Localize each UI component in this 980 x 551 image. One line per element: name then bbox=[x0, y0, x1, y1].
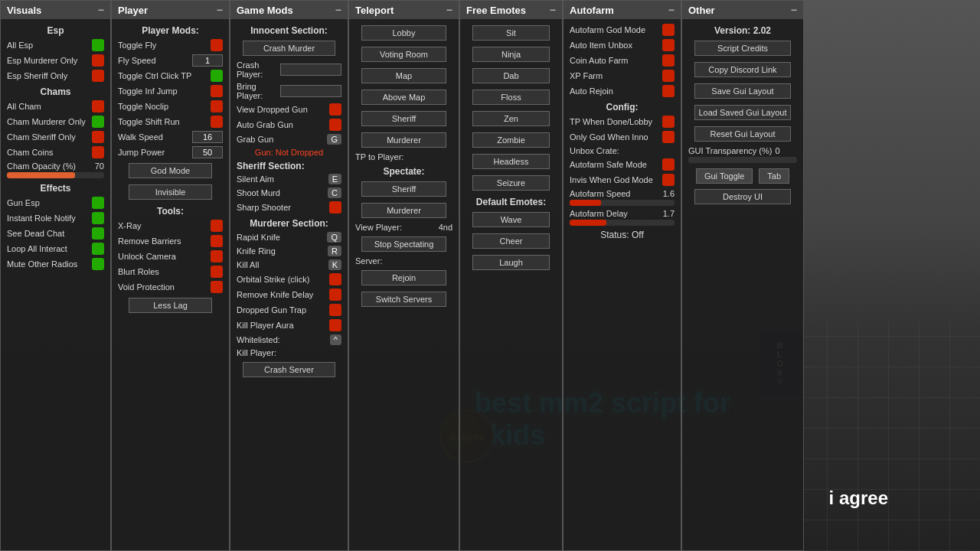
jump-power-input[interactable] bbox=[192, 146, 223, 158]
gun-esp-toggle[interactable] bbox=[92, 197, 104, 209]
sheriff-section-label: Sheriff Section: bbox=[230, 158, 348, 172]
switch-servers-button[interactable]: Switch Servers bbox=[361, 292, 446, 307]
walk-speed-input[interactable] bbox=[192, 131, 223, 143]
remove-knife-delay-toggle[interactable] bbox=[329, 289, 341, 301]
tp-above-map-button[interactable]: Above Map bbox=[361, 90, 446, 105]
remove-barriers-toggle[interactable] bbox=[211, 235, 223, 247]
all-esp-toggle[interactable] bbox=[92, 39, 104, 51]
autofarm-god-mode-toggle[interactable] bbox=[662, 24, 675, 36]
invisible-button[interactable]: Invisible bbox=[129, 184, 213, 200]
emote-headless-button[interactable]: Headless bbox=[472, 154, 550, 169]
tab-button[interactable]: Tab bbox=[759, 168, 789, 184]
freeemotes-minimize[interactable]: − bbox=[550, 4, 556, 16]
noclip-toggle[interactable] bbox=[211, 100, 223, 112]
cham-sheriff-toggle[interactable] bbox=[92, 131, 104, 143]
emote-floss-button[interactable]: Floss bbox=[472, 90, 550, 105]
emote-cheer-button[interactable]: Cheer bbox=[472, 233, 550, 249]
esp-sheriff-toggle[interactable] bbox=[92, 70, 104, 82]
visuals-minimize[interactable]: − bbox=[98, 4, 104, 16]
autofarm-status: Status: Off bbox=[564, 227, 681, 243]
sharp-shooter-toggle[interactable] bbox=[329, 201, 341, 214]
fly-speed-input[interactable] bbox=[192, 54, 223, 67]
cham-coins-toggle[interactable] bbox=[92, 146, 104, 158]
instant-role-toggle[interactable] bbox=[92, 212, 104, 224]
blurt-roles-toggle[interactable] bbox=[211, 266, 223, 278]
visuals-title: Visuals bbox=[7, 5, 41, 16]
transparency-bar[interactable] bbox=[688, 157, 797, 163]
only-god-inno-toggle[interactable] bbox=[662, 131, 675, 143]
auto-item-unbox-toggle[interactable] bbox=[662, 39, 675, 51]
crash-murder-button[interactable]: Crash Murder bbox=[243, 41, 335, 56]
cham-opacity-bar[interactable] bbox=[7, 172, 104, 178]
emote-headless-row: Headless bbox=[460, 151, 562, 172]
player-minimize[interactable]: − bbox=[217, 4, 223, 16]
copy-discord-button[interactable]: Copy Discord Link bbox=[694, 62, 791, 77]
emote-dab-button[interactable]: Dab bbox=[472, 68, 550, 83]
destroy-ui-button[interactable]: Destroy UI bbox=[694, 189, 791, 204]
list-item: Instant Role Notify bbox=[1, 210, 110, 226]
view-dropped-gun-toggle[interactable] bbox=[329, 103, 341, 116]
emote-zen-button[interactable]: Zen bbox=[472, 111, 550, 126]
autofarm-minimize[interactable]: − bbox=[668, 4, 675, 16]
script-credits-button[interactable]: Script Credits bbox=[694, 41, 791, 56]
see-dead-chat-toggle[interactable] bbox=[92, 227, 104, 240]
gui-toggle-button[interactable]: Gui Toggle bbox=[696, 168, 753, 184]
stop-spectating-button[interactable]: Stop Spectating bbox=[361, 236, 446, 252]
inf-jump-toggle[interactable] bbox=[211, 85, 223, 97]
gamemods-minimize[interactable]: − bbox=[335, 4, 341, 16]
autofarm-speed-bar[interactable] bbox=[570, 200, 675, 206]
unlock-camera-toggle[interactable] bbox=[211, 250, 223, 262]
bring-player-input[interactable] bbox=[280, 85, 341, 97]
rejoin-button[interactable]: Rejoin bbox=[361, 270, 446, 285]
xray-toggle[interactable] bbox=[211, 220, 223, 232]
xp-farm-toggle[interactable] bbox=[662, 70, 675, 82]
reset-gui-button[interactable]: Reset Gui Layout bbox=[694, 126, 791, 142]
emote-seizure-button[interactable]: Seizure bbox=[472, 175, 550, 191]
other-minimize[interactable]: − bbox=[791, 4, 797, 16]
crash-server-button[interactable]: Crash Server bbox=[243, 362, 335, 377]
tp-lobby-button[interactable]: Lobby bbox=[361, 25, 446, 41]
auto-rejoin-toggle[interactable] bbox=[662, 85, 675, 97]
other-title: Other bbox=[688, 5, 715, 16]
tp-voting-button[interactable]: Voting Room bbox=[361, 47, 446, 62]
spectate-murderer-button[interactable]: Murderer bbox=[361, 203, 446, 218]
autofarm-delay-row: Autofarm Delay 1.7 bbox=[564, 207, 681, 220]
invis-god-mode-toggle[interactable] bbox=[662, 174, 675, 186]
emote-wave-button[interactable]: Wave bbox=[472, 212, 550, 227]
player-header: Player − bbox=[112, 1, 229, 19]
less-lag-button[interactable]: Less Lag bbox=[129, 298, 213, 313]
autofarm-delay-bar[interactable] bbox=[570, 220, 675, 226]
emote-zombie-button[interactable]: Zombie bbox=[472, 132, 550, 148]
kill-player-aura-toggle[interactable] bbox=[329, 319, 341, 331]
orbital-strike-toggle[interactable] bbox=[329, 273, 341, 285]
void-protection-toggle[interactable] bbox=[211, 281, 223, 293]
coin-auto-farm-toggle[interactable] bbox=[662, 54, 675, 67]
ctrl-click-tp-toggle[interactable] bbox=[211, 70, 223, 82]
emote-sit-button[interactable]: Sit bbox=[472, 25, 550, 41]
loop-interact-toggle[interactable] bbox=[92, 243, 104, 255]
list-item: Shoot Murd C bbox=[230, 186, 348, 200]
tp-murderer-button[interactable]: Murderer bbox=[361, 132, 446, 148]
emote-laugh-button[interactable]: Laugh bbox=[472, 255, 550, 270]
auto-grab-gun-toggle[interactable] bbox=[329, 119, 341, 131]
dropped-gun-trap-toggle[interactable] bbox=[329, 304, 341, 316]
tp-map-button[interactable]: Map bbox=[361, 68, 446, 83]
shift-run-toggle[interactable] bbox=[211, 116, 223, 128]
toggle-fly-btn[interactable] bbox=[211, 39, 223, 51]
cham-murderer-toggle[interactable] bbox=[92, 116, 104, 128]
invisible-row: Invisible bbox=[112, 181, 229, 203]
save-gui-button[interactable]: Save Gui Layout bbox=[694, 83, 791, 99]
mute-radios-toggle[interactable] bbox=[92, 258, 104, 270]
esp-murderer-toggle[interactable] bbox=[92, 54, 104, 67]
all-cham-toggle[interactable] bbox=[92, 100, 104, 112]
tp-when-done-toggle[interactable] bbox=[662, 116, 675, 128]
spectate-sheriff-button[interactable]: Sheriff bbox=[361, 181, 446, 197]
load-gui-button[interactable]: Load Saved Gui Layout bbox=[694, 105, 791, 120]
teleport-minimize[interactable]: − bbox=[446, 4, 452, 16]
emote-ninja-button[interactable]: Ninja bbox=[472, 47, 550, 62]
tp-sheriff-button[interactable]: Sheriff bbox=[361, 111, 446, 126]
autofarm-safe-mode-toggle[interactable] bbox=[662, 158, 675, 171]
list-item: Cham Sheriff Only bbox=[1, 129, 110, 145]
crash-player-input[interactable] bbox=[280, 64, 341, 76]
god-mode-button[interactable]: God Mode bbox=[129, 163, 213, 178]
